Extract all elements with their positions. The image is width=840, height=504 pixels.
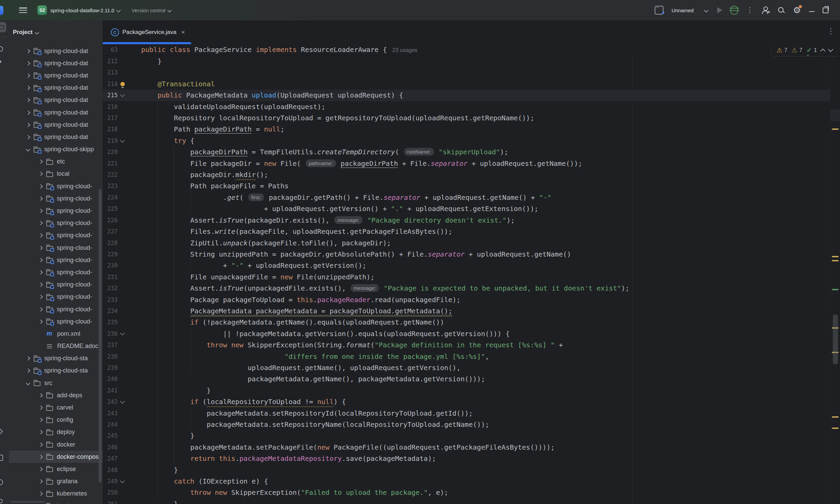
tree-item[interactable]: spring-cloud-sta xyxy=(9,352,103,365)
tab-options-icon[interactable]: ⋮ xyxy=(827,28,835,35)
tree-item[interactable]: docker xyxy=(9,438,103,451)
sticky-header-line[interactable]: 63public class PackageService implements… xyxy=(103,44,840,56)
tree-chevron-icon[interactable] xyxy=(38,246,43,250)
tree-item[interactable]: spring-cloud- xyxy=(9,303,103,315)
tree-chevron-icon[interactable] xyxy=(26,110,30,115)
window-restore-button[interactable] xyxy=(823,7,828,13)
terminal-toolwindow-icon[interactable] xyxy=(0,455,3,461)
tree-item[interactable]: etc xyxy=(9,156,103,168)
tree-item[interactable]: local xyxy=(9,168,103,180)
tree-chevron-icon[interactable] xyxy=(38,319,43,324)
tree-chevron-icon[interactable] xyxy=(38,455,43,459)
vcs-widget[interactable]: Version control xyxy=(132,7,165,13)
tree-chevron-icon[interactable] xyxy=(38,159,43,164)
structure-toolwindow-icon[interactable] xyxy=(0,428,3,434)
tree-item[interactable]: spring-cloud-dat xyxy=(9,45,103,57)
tree-item[interactable]: spring-cloud-dat xyxy=(9,57,103,69)
tree-chevron-icon[interactable] xyxy=(38,233,43,238)
editor-scrollbar[interactable] xyxy=(833,314,838,364)
tree-chevron-icon[interactable] xyxy=(26,356,30,361)
project-avatar[interactable]: S2 xyxy=(37,5,47,15)
tree-item[interactable]: spring-cloud-skipp xyxy=(9,143,103,156)
tree-item[interactable]: spring-cloud- xyxy=(9,192,103,205)
tree-chevron-icon[interactable] xyxy=(38,172,43,176)
tree-chevron-icon[interactable] xyxy=(38,307,43,312)
tree-chevron-icon[interactable] xyxy=(26,73,30,78)
tree-chevron-icon[interactable] xyxy=(38,393,43,398)
tree-item[interactable]: spring-cloud-sta xyxy=(9,365,103,377)
tree-chevron-icon[interactable] xyxy=(38,258,43,262)
tree-chevron-icon[interactable] xyxy=(38,184,43,189)
tree-item[interactable]: spring-cloud- xyxy=(9,217,103,229)
tree-chevron-icon[interactable] xyxy=(38,491,43,496)
debug-button[interactable] xyxy=(730,6,738,15)
tree-chevron-icon[interactable] xyxy=(38,442,43,447)
tree-chevron-icon[interactable] xyxy=(38,467,43,471)
tree-chevron-icon[interactable] xyxy=(38,479,43,484)
tab-close-icon[interactable]: × xyxy=(181,29,185,36)
tree-item[interactable]: spring-cloud- xyxy=(9,279,103,291)
error-stripe-mark[interactable] xyxy=(832,256,839,257)
tree-chevron-icon[interactable] xyxy=(26,135,30,139)
tree-item[interactable]: eclipse xyxy=(9,463,103,475)
tree-item[interactable]: pom.xml xyxy=(9,328,103,340)
fold-chevron-icon[interactable] xyxy=(118,328,127,340)
fold-chevron-icon[interactable] xyxy=(118,476,127,487)
settings-gear-icon[interactable]: ⚙ xyxy=(793,6,801,15)
project-panel-header[interactable]: Project xyxy=(9,20,103,44)
tree-chevron-icon[interactable] xyxy=(26,86,30,90)
search-everywhere-icon[interactable] xyxy=(777,6,785,14)
prev-problem-icon[interactable] xyxy=(820,49,826,54)
tree-chevron-icon[interactable] xyxy=(26,369,30,373)
tree-chevron-icon[interactable] xyxy=(38,282,43,287)
tree-item[interactable]: spring-cloud- xyxy=(9,291,103,303)
fold-chevron-icon[interactable] xyxy=(118,90,127,101)
tree-chevron-icon[interactable] xyxy=(26,98,30,102)
tree-item[interactable]: spring-cloud- xyxy=(9,205,103,217)
tree-item[interactable]: spring-cloud- xyxy=(9,242,103,254)
tree-chevron-icon[interactable] xyxy=(38,430,43,435)
tree-item[interactable]: deploy xyxy=(9,426,103,438)
tree-item[interactable]: spring-cloud- xyxy=(9,229,103,242)
tree-item[interactable]: spring-cloud- xyxy=(9,254,103,266)
fold-chevron-icon[interactable] xyxy=(118,135,127,146)
run-config-chevron-icon[interactable] xyxy=(704,8,708,13)
project-panel-chevron-icon[interactable] xyxy=(35,30,39,35)
error-stripe-mark[interactable] xyxy=(832,128,839,130)
tree-item[interactable]: spring-cloud-dat xyxy=(9,82,103,94)
tree-chevron-icon[interactable] xyxy=(38,270,43,275)
code-area[interactable]: 212 }213214 @Transactional215 public Pac… xyxy=(103,56,830,504)
project-name[interactable]: spring-cloud-dataflow-2.11.0 xyxy=(50,7,114,13)
fold-chevron-icon[interactable] xyxy=(118,396,127,407)
run-button[interactable] xyxy=(717,7,722,13)
project-chevron-icon[interactable] xyxy=(116,8,121,13)
error-stripe-mark[interactable] xyxy=(832,428,839,429)
tree-chevron-icon[interactable] xyxy=(38,221,43,225)
tree-vertical-scrollbar[interactable] xyxy=(99,189,102,483)
run-config-name[interactable]: Unnamed xyxy=(672,7,694,13)
more-actions-icon[interactable]: ⋮ xyxy=(746,7,754,14)
next-problem-icon[interactable] xyxy=(828,47,834,52)
tree-chevron-icon[interactable] xyxy=(38,405,43,410)
vcs-chevron-icon[interactable] xyxy=(168,8,172,13)
window-minimize-button[interactable] xyxy=(809,11,814,12)
problems-toolwindow-icon[interactable] xyxy=(0,479,3,485)
tree-item[interactable]: spring-cloud- xyxy=(9,266,103,278)
inspections-widget[interactable]: ⚠ 7 ⚠ 7 ✓ 1 xyxy=(771,44,838,56)
tree-item[interactable]: README.adoc xyxy=(9,340,103,352)
error-stripe-mark[interactable] xyxy=(832,416,839,418)
run-config-icon[interactable]: ↗ xyxy=(655,6,663,15)
intention-bulb-icon[interactable] xyxy=(118,79,127,90)
tree-item[interactable]: config xyxy=(9,414,103,426)
tree-item[interactable]: src xyxy=(9,377,103,389)
tree-item[interactable]: docker-compos xyxy=(9,451,103,463)
tree-item[interactable]: spring-cloud-dat xyxy=(9,69,103,82)
tree-chevron-icon[interactable] xyxy=(26,381,30,385)
tree-item[interactable]: kubernetes xyxy=(9,488,103,500)
stripe-dot-icon[interactable] xyxy=(0,60,1,63)
error-stripe-mark[interactable] xyxy=(832,289,839,290)
tree-item[interactable]: spring-cloud- xyxy=(9,180,103,192)
tree-item[interactable]: spring-cloud-dat xyxy=(9,119,103,131)
tree-chevron-icon[interactable] xyxy=(38,196,43,201)
tree-chevron-icon[interactable] xyxy=(38,418,43,422)
